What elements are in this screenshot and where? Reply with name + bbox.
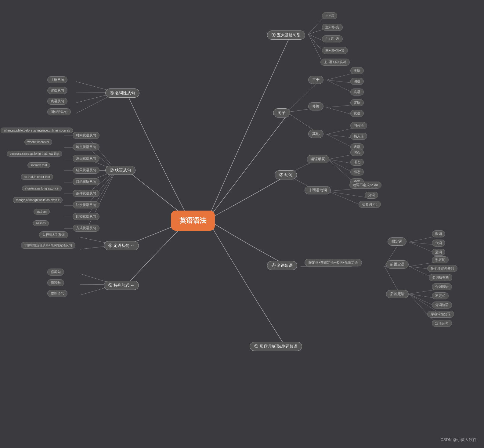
n3b3: 动名词 ing <box>359 201 381 208</box>
svg-line-50 <box>87 170 116 205</box>
n3a3: 情态 <box>350 168 364 175</box>
n2c2: 插入语 <box>350 133 367 140</box>
n2a1: 主语 <box>350 67 364 74</box>
n1-node: ① 五大基础句型 <box>267 31 305 40</box>
n9-node: ⑨ 特殊句式 ↔ <box>104 281 139 290</box>
n7-3k: because,since,as,for,in that,now that <box>7 151 62 157</box>
n1-1: 主+谓 <box>322 12 337 19</box>
svg-line-13 <box>327 128 356 134</box>
svg-line-3 <box>308 34 323 52</box>
n2b-node: 修饰 <box>308 102 323 110</box>
n4c5: 定语从句 <box>432 320 452 327</box>
n3a-node: 谓语动词 <box>307 155 329 163</box>
n3-node: ③ 动词 <box>275 170 297 179</box>
n7-7: 让步状语从句 <box>73 201 99 208</box>
n7-9: 方式状语从句 <box>73 225 99 232</box>
n3b2: 分词 <box>365 192 378 199</box>
n6-node: ⑥ 名词性从句 <box>105 89 139 98</box>
n3a1: 时态 <box>350 149 364 156</box>
watermark: CSDN @小黄人软件 <box>440 437 477 443</box>
n3b1: 动词不定式 to do <box>349 182 381 189</box>
n8-1: 先行词&关系词 <box>39 231 68 238</box>
n8-2: 非限制性定语从句&限制性定语从句 <box>21 242 75 249</box>
n7-6: 条件状语从句 <box>73 190 99 197</box>
n2a-node: 主干 <box>308 76 323 84</box>
n2b2: 状语 <box>350 110 364 117</box>
n3b-node: 非谓语动词 <box>305 186 331 194</box>
n7-5k: so that,in order that <box>21 174 53 180</box>
n9-1: 强调句 <box>47 269 64 276</box>
n7-6k: if,unless,as long as,once <box>22 186 62 191</box>
n7-2: 地点状语从句 <box>73 143 99 150</box>
n6-3: 表语从句 <box>47 98 67 105</box>
n7-4k: so/such that <box>27 162 50 168</box>
n4-mid: 限定词+前置定语+名词+后置定语 <box>305 259 362 266</box>
n4c4: 形容词性短语 <box>427 311 454 318</box>
n7-1k: when,as,while,before ,after,since,until,… <box>1 128 73 133</box>
n8-node: ⑧ 定语从句 ↔ <box>104 241 139 250</box>
n4a1: 数词 <box>432 230 445 237</box>
n4a-node: 限定词 <box>388 237 406 246</box>
n2-node: 句子 <box>273 108 290 117</box>
n7-8: 比较状语从句 <box>73 213 99 220</box>
n3a2: 语态 <box>350 159 364 166</box>
n4a2: 代词 <box>432 240 445 247</box>
n7-9k: as if,as <box>33 220 49 226</box>
svg-line-44 <box>87 136 116 170</box>
n4c2: 不定式 <box>432 292 449 299</box>
n4c3: 分词短语 <box>432 302 452 309</box>
n7-2k: where,wherever <box>24 139 52 145</box>
svg-line-23 <box>328 191 366 197</box>
n2a2: 谓语 <box>350 78 364 85</box>
n2a3: 宾语 <box>350 89 364 96</box>
n2c-node: 其他 <box>308 130 323 138</box>
n6-1: 主语从句 <box>47 76 67 83</box>
n1-5: 主+谓+宾+宾补 <box>320 59 350 66</box>
center-node: 英语语法 <box>171 211 215 231</box>
n4b-node: 前置定语 <box>386 260 409 269</box>
svg-line-2 <box>308 34 323 41</box>
n4c-node: 后置定语 <box>386 290 409 298</box>
n4b1: 形容词 <box>432 256 449 263</box>
n4b3: 名词所有格 <box>429 274 452 281</box>
n1-2: 主+谓+宾 <box>322 24 343 31</box>
n9-3: 虚拟语气 <box>47 290 67 297</box>
n1-4: 主+谓+宾+宾 <box>322 47 348 54</box>
n7-7k: thongh,althongh,while,as,even if <box>13 197 63 203</box>
n4c1: 介词短语 <box>432 283 452 290</box>
n7-1: 时间状语从句 <box>73 132 99 139</box>
n5-node: ⑤ 形容词短语&副词短语 <box>250 342 302 351</box>
svg-line-18 <box>328 154 355 159</box>
n7-3: 原因状语从句 <box>73 155 99 162</box>
n9-2: 倒装句 <box>47 279 64 286</box>
n7-5: 目的状语从句 <box>73 178 99 185</box>
n4b2: 多个形容词并列 <box>427 265 457 272</box>
n7-4: 结果状语从句 <box>73 167 99 174</box>
n7-8k: as,than <box>34 209 50 215</box>
n4a3: 冠词 <box>432 249 445 256</box>
n2c1: 同位语 <box>350 122 367 129</box>
n6-2: 宾语从句 <box>47 87 67 94</box>
n4-node: ④ 名词短语 <box>267 261 297 270</box>
n6-4: 同位语从句 <box>47 108 71 115</box>
n2b1: 定语 <box>350 99 364 106</box>
n7-node: ⑦ 状语从句 <box>105 166 135 175</box>
n1-3: 主+系+表 <box>322 35 343 42</box>
